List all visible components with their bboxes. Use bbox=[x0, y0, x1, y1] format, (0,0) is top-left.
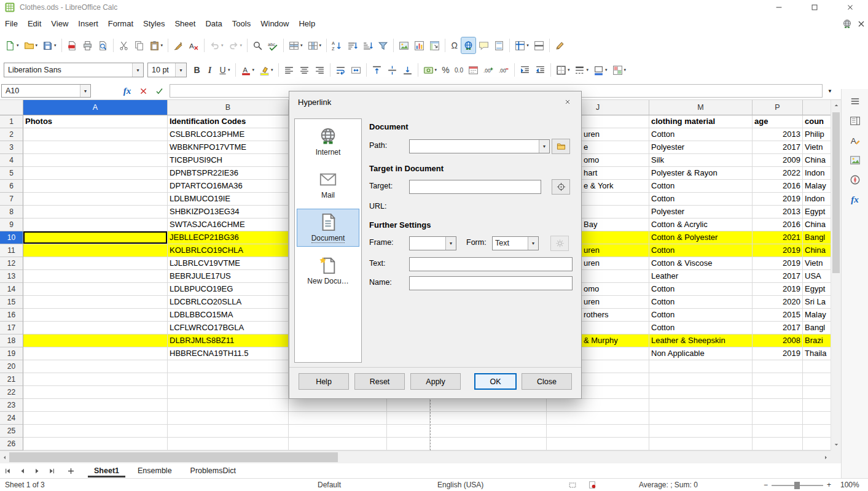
cell-A16[interactable] bbox=[23, 309, 168, 322]
export-pdf-button[interactable] bbox=[65, 37, 79, 53]
row-header-5[interactable]: 5 bbox=[0, 167, 23, 180]
format-as-percent-button[interactable]: % bbox=[440, 62, 452, 78]
cell-A3[interactable] bbox=[23, 141, 168, 154]
sheet-position-status[interactable]: Sheet 1 of 3 bbox=[5, 479, 45, 491]
cell-A23[interactable] bbox=[23, 399, 168, 412]
insert-hyperlink-button[interactable] bbox=[461, 37, 475, 53]
row-header-25[interactable]: 25 bbox=[0, 425, 23, 438]
selection-stats-status[interactable]: Average: ; Sum: 0 bbox=[639, 479, 698, 491]
expand-formula-bar-button[interactable]: ▼ bbox=[823, 88, 837, 94]
headers-and-footers-button[interactable] bbox=[492, 37, 506, 53]
cell-M2[interactable]: Cotton bbox=[649, 128, 753, 141]
row-header-9[interactable]: 9 bbox=[0, 218, 23, 231]
hyperlink-type-mail[interactable]: Mail bbox=[297, 166, 359, 204]
row-dropdown-arrow[interactable]: ▾ bbox=[300, 43, 303, 48]
accept-icon[interactable] bbox=[151, 84, 167, 98]
merge-cells-button[interactable] bbox=[349, 62, 363, 78]
cell-P9[interactable]: 2016 bbox=[753, 218, 803, 231]
cell-M14[interactable]: Cotton bbox=[649, 283, 753, 296]
zoom-in-button[interactable]: + bbox=[827, 479, 831, 491]
cell-B3[interactable]: WBBKNFPO17VTME bbox=[168, 141, 289, 154]
open-dropdown-arrow[interactable]: ▾ bbox=[36, 43, 38, 48]
cell-B1[interactable]: Identification Codes bbox=[168, 115, 289, 128]
cell-A18[interactable] bbox=[23, 334, 168, 347]
cell-M22[interactable] bbox=[649, 386, 753, 399]
name-box-dropdown-arrow[interactable]: ▾ bbox=[80, 85, 90, 97]
cell-M1[interactable]: clothing material bbox=[649, 115, 753, 128]
font-name-combobox[interactable]: Liberation Sans ▾ bbox=[4, 63, 144, 77]
cell-A14[interactable] bbox=[23, 283, 168, 296]
column-header[interactable] bbox=[803, 100, 831, 115]
border-style-button[interactable]: ▾ bbox=[573, 62, 590, 78]
row-header-23[interactable]: 23 bbox=[0, 399, 23, 412]
format-as-date-button[interactable] bbox=[466, 62, 480, 78]
column-button[interactable]: ▾ bbox=[306, 37, 324, 53]
vertical-scrollbar[interactable] bbox=[831, 100, 841, 450]
row-header-4[interactable]: 4 bbox=[0, 154, 23, 167]
row-header-19[interactable]: 19 bbox=[0, 347, 23, 360]
copy-button[interactable] bbox=[132, 37, 146, 53]
sheet-tab-sheet1[interactable]: Sheet1 bbox=[85, 463, 128, 478]
cell[interactable] bbox=[803, 386, 831, 399]
sheet-tab-problemsdict[interactable]: ProblemsDict bbox=[181, 463, 245, 478]
menu-data[interactable]: Data bbox=[200, 15, 227, 33]
find-replace-button[interactable] bbox=[251, 37, 265, 53]
column-header-M[interactable]: M bbox=[649, 100, 753, 115]
cell-M24[interactable] bbox=[649, 412, 753, 425]
add-decimal-place-button[interactable]: .00 bbox=[482, 62, 496, 78]
cell-M26[interactable] bbox=[649, 438, 753, 450]
row-header-18[interactable]: 18 bbox=[0, 334, 23, 347]
cell-P13[interactable]: 2017 bbox=[753, 270, 803, 283]
cell[interactable] bbox=[430, 425, 547, 438]
cell-P24[interactable] bbox=[753, 412, 803, 425]
spelling-button[interactable]: abc bbox=[266, 37, 280, 53]
cell-M6[interactable]: Cotton bbox=[649, 180, 753, 193]
menu-tools[interactable]: Tools bbox=[227, 15, 256, 33]
cell-P14[interactable]: 2019 bbox=[753, 283, 803, 296]
cell-M12[interactable]: Cotton & Viscose bbox=[649, 257, 753, 270]
cell-A20[interactable] bbox=[23, 360, 168, 373]
cell-A2[interactable] bbox=[23, 128, 168, 141]
page-style-status[interactable]: Default bbox=[318, 479, 341, 491]
underline-dropdown-arrow[interactable]: ▾ bbox=[228, 68, 230, 72]
cell-M8[interactable]: Polyester bbox=[649, 206, 753, 218]
form-combobox[interactable]: Text ▾ bbox=[492, 236, 539, 250]
row-header-2[interactable]: 2 bbox=[0, 128, 23, 141]
cell-B12[interactable]: LJLBRLCV19VTME bbox=[168, 257, 289, 270]
cell-A9[interactable] bbox=[23, 218, 168, 231]
insert-comment-button[interactable] bbox=[477, 37, 491, 53]
cell-B17[interactable]: LCFLWRCO17BGLA bbox=[168, 322, 289, 334]
row-header-17[interactable]: 17 bbox=[0, 322, 23, 334]
row-header-8[interactable]: 8 bbox=[0, 206, 23, 218]
zoom-slider-track[interactable] bbox=[772, 485, 823, 486]
maximize-button[interactable] bbox=[797, 0, 832, 15]
cell[interactable]: China bbox=[803, 218, 831, 231]
cell-P15[interactable]: 2020 bbox=[753, 296, 803, 309]
sheet-tab-ensemble[interactable]: Ensemble bbox=[128, 463, 181, 478]
center-vertically-button[interactable] bbox=[385, 62, 399, 78]
cell[interactable]: Vietn bbox=[803, 257, 831, 270]
row-header-6[interactable]: 6 bbox=[0, 180, 23, 193]
cell-P25[interactable] bbox=[753, 425, 803, 438]
horizontal-scrollbar[interactable] bbox=[0, 450, 831, 463]
cell-M17[interactable]: Cotton bbox=[649, 322, 753, 334]
cell-B9[interactable]: SWTASJCA16CHME bbox=[168, 218, 289, 231]
dialog-close-button[interactable] bbox=[559, 95, 576, 109]
underline-button[interactable]: U▾ bbox=[217, 62, 232, 78]
cell[interactable] bbox=[387, 412, 430, 425]
dialog-titlebar[interactable]: Hyperlink bbox=[289, 91, 581, 112]
cell[interactable]: Indon bbox=[803, 167, 831, 180]
save-dropdown-arrow[interactable]: ▾ bbox=[54, 43, 57, 48]
next-sheet-button[interactable] bbox=[29, 463, 44, 478]
cell[interactable] bbox=[289, 425, 387, 438]
cell[interactable] bbox=[289, 438, 387, 450]
row-header-1[interactable]: 1 bbox=[0, 115, 23, 128]
clear-formatting-button[interactable]: A bbox=[187, 37, 201, 53]
font-color-button[interactable]: A▾ bbox=[239, 62, 257, 78]
cell-A11[interactable] bbox=[23, 244, 168, 257]
text-input[interactable] bbox=[409, 257, 573, 271]
cell-B5[interactable]: DPNBTSPR22IE36 bbox=[168, 167, 289, 180]
cell-A13[interactable] bbox=[23, 270, 168, 283]
document-modified-icon[interactable] bbox=[588, 481, 596, 489]
borders-dropdown-arrow[interactable]: ▾ bbox=[568, 68, 570, 72]
